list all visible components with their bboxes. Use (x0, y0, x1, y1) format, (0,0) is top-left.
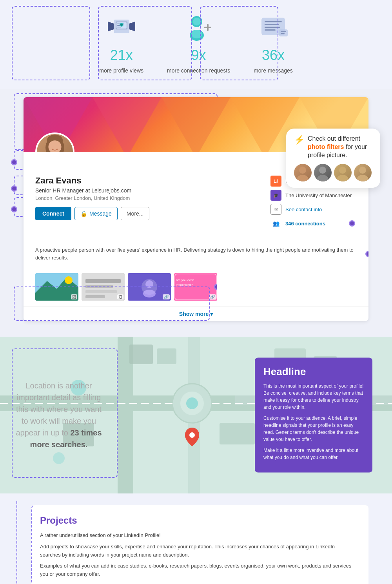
filter-avatar-original (294, 164, 312, 181)
connections-count[interactable]: 346 connections (285, 221, 325, 227)
photo-filters-text: Check out different photo filters for yo… (308, 135, 372, 159)
svg-point-41 (65, 276, 73, 284)
profile-section: ⚡ Check out different photo filters for … (0, 89, 392, 333)
headline-para-3: Make it a little more inventive and more… (263, 447, 364, 461)
svg-rect-68 (220, 423, 255, 444)
svg-text:are you even: are you even (176, 278, 194, 282)
projects-para-3: Examples of what you can add in: case st… (40, 562, 357, 579)
photo-filters-bubble: ⚡ Check out different photo filters for … (286, 129, 380, 188)
university-name: The University of Manchester (285, 192, 352, 198)
filter-avatar-bw (314, 164, 332, 181)
connect-button[interactable]: Connect (35, 207, 71, 220)
media-link-icon-4: 🔗 (209, 294, 216, 299)
svg-point-62 (186, 397, 198, 409)
message-button[interactable]: 🔒 Message (74, 207, 118, 220)
headline-para-2: Customise it to your audience. A brief, … (263, 415, 364, 443)
svg-point-27 (317, 175, 328, 181)
dashed-box-3 (200, 6, 278, 80)
stats-section: 21x more profile views 9x more connectio… (0, 0, 392, 89)
filter-avatar-sepia (354, 164, 372, 181)
svg-point-31 (357, 175, 368, 181)
svg-point-29 (337, 175, 348, 181)
dot-title (11, 206, 17, 212)
projects-box: Projects A rather underutilised section … (31, 505, 368, 584)
profile-title: Senior HR Manager at Leisurejobs.com (35, 187, 259, 194)
contact-info: ✉ See contact info (270, 204, 357, 215)
dot-bio (365, 251, 368, 257)
svg-rect-66 (157, 348, 176, 364)
dashed-media-box (14, 286, 210, 321)
svg-point-73 (189, 432, 195, 438)
svg-rect-43 (85, 279, 121, 283)
svg-point-14 (193, 18, 201, 25)
svg-point-25 (297, 175, 308, 181)
svg-point-28 (339, 167, 346, 174)
svg-rect-65 (129, 345, 153, 364)
photo-filters-header: ⚡ Check out different photo filters for … (294, 135, 372, 159)
projects-title: Projects (40, 515, 357, 526)
more-button[interactable]: More... (121, 207, 150, 220)
lock-icon: 🔒 (80, 210, 87, 217)
dashed-box-1 (12, 6, 90, 80)
profile-location: London, Greater London, United Kingdom (35, 195, 259, 201)
dot-connections (349, 220, 355, 227)
contact-link[interactable]: See contact info (285, 207, 322, 212)
profile-bio: A proactive people person with over five… (24, 240, 368, 267)
profile-avatar-wrap (35, 132, 74, 152)
map-headline-section: Location is another important detail as … (0, 337, 392, 493)
headline-box: Headline This is the most important aspe… (255, 358, 372, 473)
dashed-box-2 (98, 6, 192, 80)
company-icon: LJ (270, 176, 281, 187)
education-info: 🎓 The University of Manchester (270, 190, 357, 201)
dot-name (11, 185, 17, 192)
location-text-box: Location is another important detail as … (16, 380, 102, 450)
location-text: Location is another important detail as … (16, 380, 102, 450)
connections-icon: 👥 (270, 218, 281, 229)
filter-avatars (294, 164, 372, 181)
profile-name: Zara Evans (35, 176, 259, 186)
svg-point-24 (299, 167, 306, 174)
projects-para-2: Add projects to showcase your skills, ex… (40, 543, 357, 559)
svg-point-26 (319, 167, 326, 174)
svg-rect-22 (281, 31, 286, 32)
education-icon: 🎓 (270, 190, 281, 201)
lightning-icon: ⚡ (294, 135, 305, 145)
dot-avatar (11, 159, 17, 165)
profile-avatar (35, 132, 74, 152)
svg-point-30 (359, 167, 366, 174)
projects-section: Projects A rather underutilised section … (0, 493, 392, 584)
filter-avatar-warm (334, 164, 352, 181)
svg-rect-23 (281, 33, 285, 34)
connections-info: 👥 346 connections (270, 218, 357, 229)
profile-actions: Connect 🔒 Message More... (35, 207, 259, 220)
projects-para-1: A rather underutilised section of your L… (40, 531, 357, 540)
projects-dashed-left (16, 501, 17, 584)
headline-para-1: This is the most important aspect of you… (263, 383, 364, 411)
headline-title: Headline (263, 366, 364, 378)
profile-left: Zara Evans Senior HR Manager at Leisurej… (35, 176, 259, 232)
contact-icon: ✉ (270, 204, 281, 215)
